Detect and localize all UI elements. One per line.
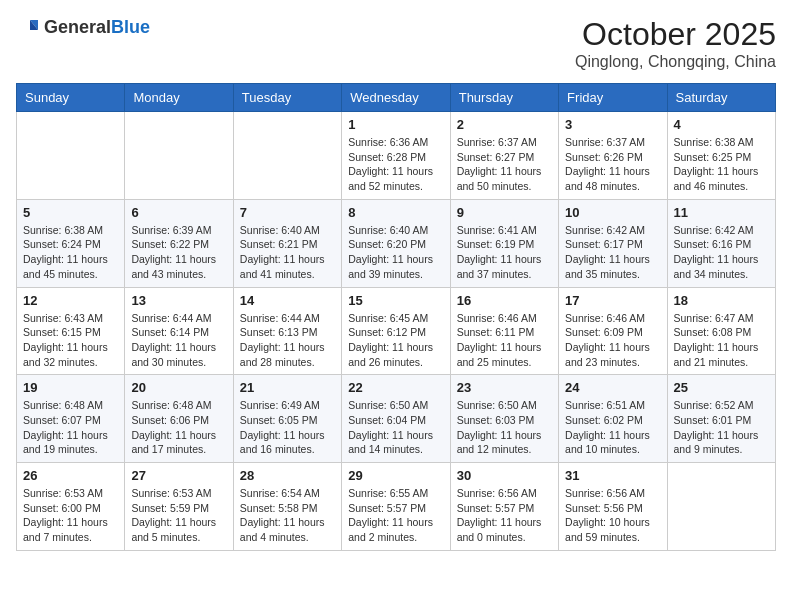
calendar-cell: 13Sunrise: 6:44 AM Sunset: 6:14 PM Dayli… [125,287,233,375]
calendar-cell [233,112,341,200]
calendar-week-2: 5Sunrise: 6:38 AM Sunset: 6:24 PM Daylig… [17,199,776,287]
day-detail: Sunrise: 6:40 AM Sunset: 6:20 PM Dayligh… [348,223,443,282]
day-number: 22 [348,380,443,395]
calendar-week-1: 1Sunrise: 6:36 AM Sunset: 6:28 PM Daylig… [17,112,776,200]
day-detail: Sunrise: 6:53 AM Sunset: 5:59 PM Dayligh… [131,486,226,545]
day-detail: Sunrise: 6:48 AM Sunset: 6:06 PM Dayligh… [131,398,226,457]
calendar-cell: 9Sunrise: 6:41 AM Sunset: 6:19 PM Daylig… [450,199,558,287]
day-detail: Sunrise: 6:40 AM Sunset: 6:21 PM Dayligh… [240,223,335,282]
day-number: 8 [348,205,443,220]
day-number: 15 [348,293,443,308]
day-number: 30 [457,468,552,483]
day-number: 3 [565,117,660,132]
day-header-friday: Friday [559,84,667,112]
day-number: 2 [457,117,552,132]
day-number: 12 [23,293,118,308]
title-block: October 2025 Qinglong, Chongqing, China [575,16,776,71]
calendar-cell: 30Sunrise: 6:56 AM Sunset: 5:57 PM Dayli… [450,463,558,551]
day-detail: Sunrise: 6:46 AM Sunset: 6:11 PM Dayligh… [457,311,552,370]
day-number: 16 [457,293,552,308]
calendar-cell: 16Sunrise: 6:46 AM Sunset: 6:11 PM Dayli… [450,287,558,375]
calendar-cell: 27Sunrise: 6:53 AM Sunset: 5:59 PM Dayli… [125,463,233,551]
day-number: 1 [348,117,443,132]
calendar-cell [667,463,775,551]
day-detail: Sunrise: 6:47 AM Sunset: 6:08 PM Dayligh… [674,311,769,370]
calendar-cell: 21Sunrise: 6:49 AM Sunset: 6:05 PM Dayli… [233,375,341,463]
calendar-cell: 4Sunrise: 6:38 AM Sunset: 6:25 PM Daylig… [667,112,775,200]
day-detail: Sunrise: 6:49 AM Sunset: 6:05 PM Dayligh… [240,398,335,457]
day-number: 20 [131,380,226,395]
day-number: 18 [674,293,769,308]
calendar-week-3: 12Sunrise: 6:43 AM Sunset: 6:15 PM Dayli… [17,287,776,375]
calendar-cell: 1Sunrise: 6:36 AM Sunset: 6:28 PM Daylig… [342,112,450,200]
calendar-week-5: 26Sunrise: 6:53 AM Sunset: 6:00 PM Dayli… [17,463,776,551]
day-detail: Sunrise: 6:38 AM Sunset: 6:25 PM Dayligh… [674,135,769,194]
day-detail: Sunrise: 6:37 AM Sunset: 6:27 PM Dayligh… [457,135,552,194]
day-number: 5 [23,205,118,220]
calendar-cell: 25Sunrise: 6:52 AM Sunset: 6:01 PM Dayli… [667,375,775,463]
day-detail: Sunrise: 6:41 AM Sunset: 6:19 PM Dayligh… [457,223,552,282]
day-number: 9 [457,205,552,220]
calendar-header-row: SundayMondayTuesdayWednesdayThursdayFrid… [17,84,776,112]
day-detail: Sunrise: 6:43 AM Sunset: 6:15 PM Dayligh… [23,311,118,370]
calendar-cell: 24Sunrise: 6:51 AM Sunset: 6:02 PM Dayli… [559,375,667,463]
day-detail: Sunrise: 6:46 AM Sunset: 6:09 PM Dayligh… [565,311,660,370]
calendar-week-4: 19Sunrise: 6:48 AM Sunset: 6:07 PM Dayli… [17,375,776,463]
calendar-cell: 2Sunrise: 6:37 AM Sunset: 6:27 PM Daylig… [450,112,558,200]
day-detail: Sunrise: 6:38 AM Sunset: 6:24 PM Dayligh… [23,223,118,282]
day-header-saturday: Saturday [667,84,775,112]
calendar-table: SundayMondayTuesdayWednesdayThursdayFrid… [16,83,776,551]
day-number: 29 [348,468,443,483]
calendar-title: October 2025 [575,16,776,53]
day-number: 27 [131,468,226,483]
calendar-cell: 10Sunrise: 6:42 AM Sunset: 6:17 PM Dayli… [559,199,667,287]
calendar-cell: 3Sunrise: 6:37 AM Sunset: 6:26 PM Daylig… [559,112,667,200]
calendar-cell: 19Sunrise: 6:48 AM Sunset: 6:07 PM Dayli… [17,375,125,463]
day-detail: Sunrise: 6:36 AM Sunset: 6:28 PM Dayligh… [348,135,443,194]
day-number: 10 [565,205,660,220]
day-number: 24 [565,380,660,395]
calendar-cell: 8Sunrise: 6:40 AM Sunset: 6:20 PM Daylig… [342,199,450,287]
day-header-sunday: Sunday [17,84,125,112]
day-detail: Sunrise: 6:50 AM Sunset: 6:04 PM Dayligh… [348,398,443,457]
calendar-cell: 14Sunrise: 6:44 AM Sunset: 6:13 PM Dayli… [233,287,341,375]
day-number: 25 [674,380,769,395]
calendar-cell: 18Sunrise: 6:47 AM Sunset: 6:08 PM Dayli… [667,287,775,375]
calendar-cell: 29Sunrise: 6:55 AM Sunset: 5:57 PM Dayli… [342,463,450,551]
day-number: 21 [240,380,335,395]
page-header: GeneralBlue October 2025 Qinglong, Chong… [16,16,776,71]
calendar-cell: 28Sunrise: 6:54 AM Sunset: 5:58 PM Dayli… [233,463,341,551]
day-number: 11 [674,205,769,220]
day-number: 14 [240,293,335,308]
logo-general: GeneralBlue [44,18,150,38]
day-header-tuesday: Tuesday [233,84,341,112]
calendar-cell: 5Sunrise: 6:38 AM Sunset: 6:24 PM Daylig… [17,199,125,287]
day-number: 31 [565,468,660,483]
logo: GeneralBlue [16,16,150,40]
day-detail: Sunrise: 6:53 AM Sunset: 6:00 PM Dayligh… [23,486,118,545]
calendar-cell: 12Sunrise: 6:43 AM Sunset: 6:15 PM Dayli… [17,287,125,375]
day-detail: Sunrise: 6:51 AM Sunset: 6:02 PM Dayligh… [565,398,660,457]
calendar-cell [125,112,233,200]
calendar-cell: 7Sunrise: 6:40 AM Sunset: 6:21 PM Daylig… [233,199,341,287]
day-detail: Sunrise: 6:42 AM Sunset: 6:16 PM Dayligh… [674,223,769,282]
calendar-cell [17,112,125,200]
day-detail: Sunrise: 6:54 AM Sunset: 5:58 PM Dayligh… [240,486,335,545]
day-number: 19 [23,380,118,395]
calendar-cell: 31Sunrise: 6:56 AM Sunset: 5:56 PM Dayli… [559,463,667,551]
day-number: 13 [131,293,226,308]
day-number: 4 [674,117,769,132]
day-detail: Sunrise: 6:56 AM Sunset: 5:57 PM Dayligh… [457,486,552,545]
day-detail: Sunrise: 6:39 AM Sunset: 6:22 PM Dayligh… [131,223,226,282]
day-number: 17 [565,293,660,308]
day-detail: Sunrise: 6:42 AM Sunset: 6:17 PM Dayligh… [565,223,660,282]
calendar-cell: 15Sunrise: 6:45 AM Sunset: 6:12 PM Dayli… [342,287,450,375]
calendar-cell: 22Sunrise: 6:50 AM Sunset: 6:04 PM Dayli… [342,375,450,463]
day-detail: Sunrise: 6:56 AM Sunset: 5:56 PM Dayligh… [565,486,660,545]
day-header-monday: Monday [125,84,233,112]
day-number: 26 [23,468,118,483]
calendar-location: Qinglong, Chongqing, China [575,53,776,71]
calendar-cell: 17Sunrise: 6:46 AM Sunset: 6:09 PM Dayli… [559,287,667,375]
calendar-cell: 26Sunrise: 6:53 AM Sunset: 6:00 PM Dayli… [17,463,125,551]
day-detail: Sunrise: 6:52 AM Sunset: 6:01 PM Dayligh… [674,398,769,457]
